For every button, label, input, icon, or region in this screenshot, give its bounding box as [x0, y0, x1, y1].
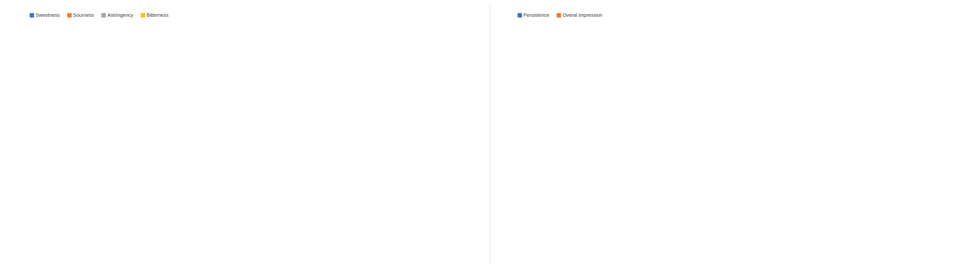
- svg-rect-20: [26, 224, 28, 226]
- svg-rect-981: [752, 87, 754, 180]
- svg-rect-849: [610, 150, 612, 206]
- svg-rect-252: [230, 147, 232, 153]
- svg-rect-88: [99, 187, 101, 226]
- svg-rect-856: [619, 190, 621, 226]
- svg-rect-1004: [778, 191, 780, 226]
- svg-rect-63: [71, 180, 73, 187]
- svg-rect-658: [453, 77, 455, 178]
- svg-rect-260: [234, 153, 236, 161]
- svg-rect-811: [570, 163, 571, 210]
- svg-rect-1176: [963, 154, 964, 226]
- legend-label-overall: Overal impression: [563, 13, 602, 18]
- svg-text:8: 8: [710, 230, 713, 232]
- svg-rect-1039: [814, 103, 816, 183]
- svg-rect-542: [389, 93, 391, 101]
- svg-rect-995: [767, 112, 769, 183]
- svg-rect-277: [245, 159, 247, 183]
- svg-text:61: 61: [875, 230, 878, 234]
- svg-rect-485: [359, 116, 361, 180]
- svg-rect-828: [589, 190, 591, 226]
- svg-rect-1078: [858, 165, 859, 226]
- svg-rect-937: [705, 116, 707, 197]
- svg-rect-178: [185, 185, 187, 226]
- svg-rect-966: [737, 193, 739, 226]
- svg-rect-533: [385, 112, 387, 123]
- svg-rect-75: [84, 162, 86, 187]
- svg-rect-824: [585, 194, 587, 226]
- svg-rect-115: [127, 153, 129, 186]
- svg-rect-1101: [881, 55, 883, 178]
- svg-rect-787: [544, 198, 546, 211]
- svg-rect-651: [449, 59, 451, 72]
- svg-rect-986: [759, 174, 760, 226]
- svg-rect-139: [153, 179, 154, 186]
- svg-rect-503: [367, 118, 369, 122]
- svg-rect-160: [172, 185, 174, 226]
- svg-rect-41: [48, 182, 49, 188]
- svg-rect-822: [582, 198, 584, 226]
- svg-rect-889: [653, 123, 655, 186]
- svg-rect-489: [361, 120, 363, 180]
- svg-rect-943: [711, 119, 713, 196]
- svg-rect-155: [168, 149, 170, 185]
- svg-rect-1159: [943, 54, 945, 176]
- svg-rect-452: [339, 116, 342, 120]
- charts-container: Sweetness Sourness Astringency Bitternes…: [0, 0, 980, 264]
- svg-rect-323: [269, 120, 270, 124]
- svg-rect-102: [114, 187, 116, 226]
- svg-rect-308: [262, 183, 264, 226]
- svg-rect-1095: [874, 167, 877, 223]
- svg-rect-801: [559, 164, 561, 194]
- svg-rect-432: [329, 127, 331, 136]
- svg-rect-1112: [894, 161, 896, 226]
- svg-rect-791: [548, 190, 550, 203]
- svg-rect-1169: [954, 0, 956, 161]
- svg-rect-431: [329, 136, 331, 147]
- svg-rect-221: [213, 130, 215, 132]
- svg-rect-629: [438, 179, 440, 226]
- svg-rect-526: [380, 156, 382, 165]
- svg-rect-880: [645, 201, 647, 226]
- svg-rect-796: [554, 194, 557, 226]
- svg-rect-826: [587, 192, 589, 226]
- svg-rect-842: [604, 207, 606, 226]
- svg-rect-920: [688, 182, 690, 226]
- svg-rect-511: [374, 180, 375, 226]
- svg-rect-356: [288, 153, 290, 182]
- svg-rect-607: [425, 103, 427, 114]
- svg-rect-176: [183, 157, 185, 185]
- svg-rect-231: [219, 177, 221, 224]
- svg-rect-680: [466, 80, 468, 178]
- svg-rect-66: [75, 187, 77, 226]
- svg-text:58: 58: [604, 230, 608, 234]
- svg-rect-224: [215, 131, 217, 137]
- svg-rect-803: [561, 161, 563, 197]
- svg-rect-641: [445, 224, 447, 226]
- svg-rect-654: [451, 74, 453, 178]
- svg-rect-1145: [928, 20, 930, 157]
- svg-rect-1096: [877, 182, 878, 226]
- svg-rect-226: [217, 184, 219, 226]
- svg-rect-821: [581, 165, 582, 202]
- svg-rect-36: [43, 188, 45, 226]
- svg-text:10: 10: [20, 116, 25, 121]
- svg-rect-1166: [952, 223, 954, 226]
- svg-rect-963: [733, 123, 735, 186]
- svg-rect-599: [421, 111, 423, 123]
- svg-rect-1152: [937, 169, 939, 226]
- svg-rect-1005: [778, 117, 780, 190]
- chart-a-area: Sweetness Sourness Astringency Bitternes…: [22, 10, 485, 245]
- svg-rect-269: [239, 155, 240, 157]
- svg-rect-875: [638, 170, 640, 205]
- svg-text:89: 89: [890, 230, 894, 234]
- svg-text:124: 124: [432, 230, 436, 236]
- svg-rect-501: [367, 133, 369, 180]
- svg-rect-360: [290, 150, 292, 182]
- svg-rect-322: [269, 124, 270, 133]
- svg-rect-257: [232, 147, 234, 149]
- svg-rect-449: [339, 181, 342, 226]
- svg-rect-1178: [965, 157, 967, 226]
- svg-rect-1093: [872, 74, 874, 180]
- svg-rect-443: [335, 131, 337, 141]
- svg-text:24: 24: [387, 230, 391, 234]
